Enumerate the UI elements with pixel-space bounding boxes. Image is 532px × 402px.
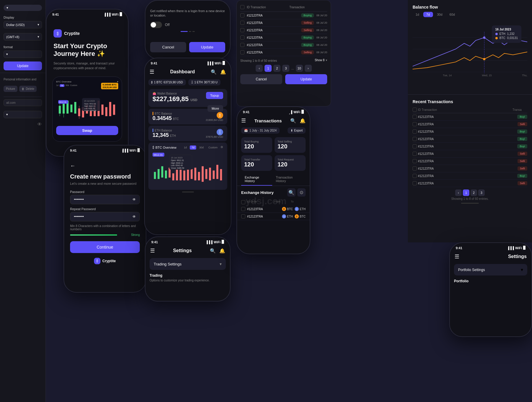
rt-page-1[interactable]: 1 [463, 189, 469, 196]
row-checkbox[interactable] [240, 28, 244, 32]
prev-page-button[interactable]: ‹ [256, 65, 263, 72]
exch-filter-button[interactable]: ⚙ [297, 188, 306, 197]
page-3-button[interactable]: 3 [282, 65, 289, 72]
rt-cb[interactable] [413, 129, 417, 134]
svg-rect-14 [113, 104, 115, 115]
currency-select[interactable]: Dollar (USD) ▾ [4, 21, 42, 28]
svg-rect-34 [165, 171, 167, 179]
rt-prev-page[interactable]: ‹ [455, 189, 462, 196]
row-checkbox[interactable] [240, 13, 244, 17]
txn-search-icon[interactable]: 🔍 [290, 118, 296, 124]
table-row: #12123TRA Selli [413, 165, 527, 172]
update-button[interactable]: Update [4, 61, 42, 70]
email-input[interactable] [4, 99, 42, 106]
page-10-button[interactable]: 10 [296, 65, 303, 72]
bf-tab-30d[interactable]: 30d [434, 12, 445, 17]
page-1-button[interactable]: 1 [265, 65, 272, 72]
twofa-cancel-button[interactable]: Cancel [150, 42, 186, 52]
exch-row-cb-2[interactable] [241, 214, 245, 218]
hamburger-icon[interactable]: ☰ [150, 69, 154, 75]
settings-right-ham[interactable]: ☰ [455, 253, 459, 260]
delete-button[interactable]: 🗑 Delete [19, 86, 37, 92]
bf-tab-7d[interactable]: 7d [423, 12, 433, 17]
period-30d[interactable]: 30d [197, 145, 205, 150]
period-custom[interactable]: Custom [207, 145, 219, 150]
btc-dot-2: ₿ [295, 214, 299, 218]
btc-ticker: ₿ 1 BTC 63719,90 USD [148, 79, 186, 85]
rt-id: #12123TRA [418, 115, 516, 119]
more-button[interactable]: More [207, 105, 223, 112]
toggle-switch[interactable] [150, 22, 162, 28]
txn-ham-icon[interactable]: ☰ [241, 117, 246, 124]
rt-cb[interactable] [413, 152, 417, 156]
table-row: #12123TRA Selli [413, 121, 527, 128]
date-filter[interactable]: 📅 1 July - 31 July 2024 [241, 127, 280, 134]
btc-legend-value: 0,03131 [507, 36, 518, 40]
from-coin-2: Ξ ETH [282, 214, 293, 218]
rt-cb[interactable] [413, 159, 417, 163]
portfolio-settings-item[interactable]: Portfolio Settings ▾ [454, 264, 527, 275]
rt-cb[interactable] [413, 144, 417, 148]
settings-bell-icon[interactable]: 🔔 [219, 248, 225, 254]
cancel-update-row: Cancel Update [240, 74, 327, 84]
rt-cb[interactable] [413, 122, 417, 126]
back-button[interactable]: ← [70, 163, 140, 169]
select-all-checkbox[interactable] [240, 5, 244, 9]
filter-icon: ⚙ [299, 190, 304, 195]
total-request-card: Total Request 120 [275, 155, 306, 171]
update-button-2[interactable]: Update [285, 74, 327, 84]
rt-page-2[interactable]: 2 [471, 189, 477, 196]
rt-cb[interactable] [413, 181, 417, 185]
pwd-hint: Min 8 Characters with a combination of l… [70, 224, 140, 231]
row-checkbox[interactable] [240, 21, 244, 25]
settings-search-icon[interactable]: 🔍 [210, 248, 216, 254]
toggle-thumb [151, 22, 156, 27]
row-checkbox[interactable] [240, 43, 244, 47]
export-button[interactable]: ⬇ Export [288, 127, 306, 134]
trading-settings-card[interactable]: Trading Settings ▾ [150, 258, 226, 270]
total-request-value: 120 [278, 161, 303, 168]
period-7d[interactable]: 7d [190, 145, 196, 150]
rt-page-3[interactable]: 3 [478, 189, 485, 196]
continue-button[interactable]: Continue [70, 241, 140, 253]
topup-button[interactable]: Topup [206, 92, 223, 99]
rt-select-all[interactable] [413, 108, 417, 112]
exch-select-all[interactable] [241, 200, 245, 204]
search-icon[interactable]: 🔍 [211, 69, 217, 75]
swap-button[interactable]: Swap [56, 126, 118, 135]
picture-button[interactable]: Picture [4, 86, 17, 92]
exch-row-cb[interactable] [241, 207, 245, 211]
settings-ham-icon[interactable]: ☰ [150, 247, 155, 254]
to-coin: Ξ ETH [295, 207, 306, 211]
twofa-update-button[interactable]: Update [189, 42, 225, 52]
cancel-button[interactable]: Cancel [240, 74, 282, 84]
repeat-input-field[interactable]: •••••••• 👁 [70, 212, 140, 221]
next-page-button[interactable]: › [305, 65, 312, 72]
timezone-select[interactable]: (GMT+8) ▾ [4, 33, 42, 40]
bf-tab-60d[interactable]: 60d [447, 12, 458, 17]
bottom-select[interactable]: ▾ [4, 111, 42, 118]
txn-bell-icon[interactable]: 🔔 [300, 118, 306, 124]
period-1d[interactable]: 1d [182, 145, 189, 150]
format-select[interactable]: ▾ [4, 51, 42, 58]
signal-5: ▐▐▐ [205, 240, 212, 244]
rt-cb[interactable] [413, 166, 417, 171]
chart-settings-icon[interactable]: ⚙ [220, 145, 223, 150]
pwd-input-field[interactable]: •••••••• 👁 [70, 195, 140, 204]
bell-icon[interactable]: 🔔 [220, 69, 226, 75]
rt-cb[interactable] [413, 115, 417, 119]
row-checkbox[interactable] [240, 35, 244, 40]
btc-legend-row: BTC 0,03131 [495, 36, 518, 40]
rt-cb[interactable] [413, 174, 417, 178]
total-buying-card: Total Buying 120 [241, 137, 272, 153]
exch-search-button[interactable]: 🔍 [287, 188, 296, 197]
row-checkbox[interactable] [240, 50, 244, 54]
svg-rect-0 [59, 106, 61, 114]
bf-tab-1d[interactable]: 1d [413, 12, 422, 17]
table-row: #12123TRA Buying 08 Jul 20 [240, 12, 327, 19]
tab-transaction-history[interactable]: Transaction History [272, 173, 306, 186]
settings-title: Settings [173, 248, 192, 253]
tab-exchange-history[interactable]: Exchange History [241, 173, 272, 186]
page-2-button[interactable]: 2 [273, 65, 280, 72]
rt-cb[interactable] [413, 137, 417, 141]
